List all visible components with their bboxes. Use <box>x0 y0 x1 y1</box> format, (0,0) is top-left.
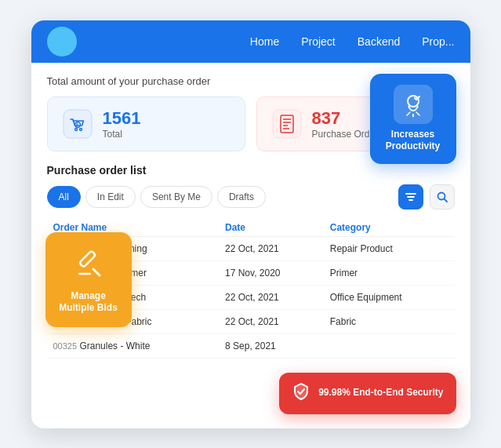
stat-info-total: 1561 Total <box>103 108 141 140</box>
nav-prop[interactable]: Prop... <box>422 35 454 48</box>
float-security: 99.98% End-to-End Security <box>279 373 456 414</box>
cell-category: Repair Product <box>324 236 455 260</box>
col-category: Category <box>324 219 455 237</box>
stat-label-po: Purchase Order <box>312 129 379 140</box>
cell-category: Fabric <box>324 309 455 333</box>
stat-card-total: $ 1561 Total <box>47 97 245 151</box>
list-title: Purchase order list <box>47 164 455 177</box>
filter-button[interactable] <box>398 184 423 209</box>
stat-label-total: Total <box>103 129 141 140</box>
nav-project[interactable]: Project <box>301 35 336 48</box>
svg-line-12 <box>444 199 447 202</box>
col-date: Date <box>219 219 324 237</box>
tabs-row: All In Edit Sent By Me Drafts <box>47 184 455 209</box>
navbar-links: Home Project Backend Prop... <box>250 35 455 48</box>
svg-rect-15 <box>79 250 96 267</box>
tab-sent-by-me[interactable]: Sent By Me <box>140 186 212 208</box>
cell-date: 8 Sep, 2021 <box>219 333 324 358</box>
gavel-icon <box>69 245 108 284</box>
tab-in-edit[interactable]: In Edit <box>85 186 136 208</box>
float-bids: Manage Multiple Bids <box>45 232 132 327</box>
cell-date: 22 Oct, 2021 <box>219 236 324 260</box>
stat-info-po: 837 Purchase Order <box>312 108 379 140</box>
tab-all[interactable]: All <box>47 186 81 208</box>
svg-point-13 <box>408 96 419 107</box>
svg-text:$: $ <box>76 122 78 126</box>
nav-backend[interactable]: Backend <box>358 35 400 48</box>
document-icon <box>271 108 303 140</box>
security-label: 99.98% End-to-End Security <box>318 387 443 399</box>
productivity-icon <box>394 85 433 124</box>
bids-label: Manage Multiple Bids <box>55 290 122 315</box>
cell-category: Office Equipment <box>324 285 455 309</box>
cell-date: 17 Nov, 2020 <box>219 260 324 285</box>
cell-category: Primer <box>324 260 455 285</box>
logo <box>47 27 77 56</box>
order-num: 00325 <box>53 341 78 351</box>
cell-category <box>324 333 455 358</box>
stat-number-total: 1561 <box>103 108 141 129</box>
cart-icon: $ <box>62 108 93 140</box>
nav-home[interactable]: Home <box>250 35 279 48</box>
table-row[interactable]: 00325 Granules - White 8 Sep, 2021 <box>47 333 455 358</box>
search-button[interactable] <box>430 184 455 209</box>
cell-name: 00325 Granules - White <box>47 333 220 358</box>
tab-actions <box>398 184 455 209</box>
float-productivity: Increases Productivity <box>370 74 456 164</box>
cell-date: 22 Oct, 2021 <box>219 309 324 333</box>
app-container: Home Project Backend Prop... Total amoun… <box>31 20 470 428</box>
svg-line-16 <box>93 269 100 275</box>
productivity-label: Increases Productivity <box>379 129 447 153</box>
navbar: Home Project Backend Prop... <box>31 20 470 63</box>
cell-date: 22 Oct, 2021 <box>219 285 324 309</box>
svg-rect-5 <box>273 110 301 138</box>
shield-icon <box>292 382 310 405</box>
stat-number-po: 837 <box>312 108 379 129</box>
tab-drafts[interactable]: Drafts <box>217 186 266 208</box>
